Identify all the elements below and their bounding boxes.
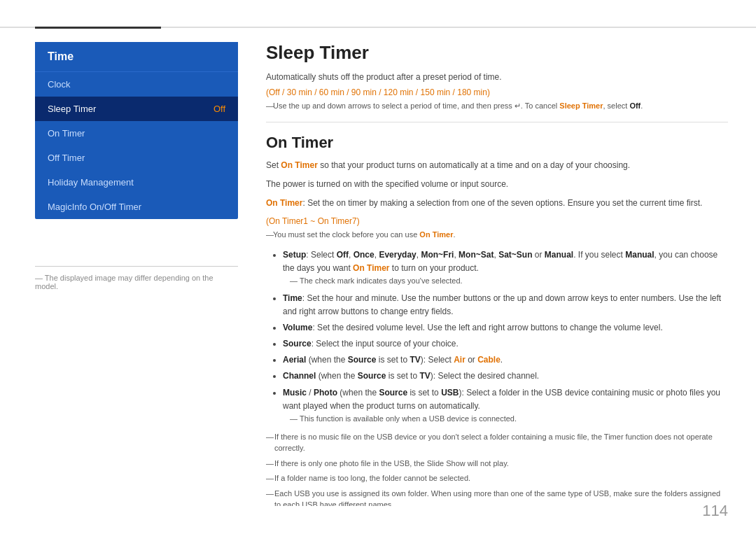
on-timer-options: (On Timer1 ~ On Timer7) [266, 216, 728, 226]
footer-note-1: If there is no music file on the USB dev… [266, 431, 728, 454]
footer-note-2: If there is only one photo file in the U… [266, 458, 728, 470]
sleep-timer-desc: Automatically shuts off the product afte… [266, 71, 728, 83]
setup-sub-note: The check mark indicates days you've sel… [283, 275, 728, 288]
sidebar-item-sleep-timer-label: Sleep Timer [48, 104, 96, 114]
sidebar-item-magicinfo[interactable]: MagicInfo On/Off Timer [35, 195, 238, 219]
bullet-aerial: Aerial (when the Source is set to TV): S… [283, 353, 728, 367]
sidebar-item-clock[interactable]: Clock [35, 72, 238, 97]
page-number: 114 [702, 502, 728, 520]
sidebar-note: ― The displayed image may differ dependi… [35, 266, 238, 290]
sidebar-item-holiday[interactable]: Holiday Management [35, 170, 238, 195]
sleep-timer-note: Use the up and down arrows to select a p… [266, 101, 728, 111]
sidebar-item-sleep-timer[interactable]: Sleep Timer Off [35, 97, 238, 121]
bullet-music-photo: Music / Photo (when the Source is set to… [283, 386, 728, 426]
on-timer-desc1: Set On Timer so that your product turns … [266, 159, 728, 172]
sidebar-item-clock-label: Clock [48, 79, 71, 90]
top-bar-accent [35, 27, 161, 29]
bullet-time: Time: Set the hour and minute. Use the n… [283, 292, 728, 318]
sidebar-item-magicinfo-label: MagicInfo On/Off Timer [48, 202, 141, 212]
sidebar-item-off-timer-label: Off Timer [48, 153, 85, 163]
on-timer-bullets: Setup: Select Off, Once, Everyday, Mon~F… [266, 248, 728, 426]
bullet-source: Source: Select the input source of your … [283, 337, 728, 351]
bullet-channel: Channel (when the Source is set to TV): … [283, 370, 728, 383]
usb-sub-note: This function is available only when a U… [283, 413, 728, 426]
sidebar-item-holiday-label: Holiday Management [48, 177, 134, 188]
sidebar-item-on-timer-label: On Timer [48, 128, 85, 139]
sidebar-item-sleep-timer-value: Off [214, 104, 225, 114]
sidebar: Time Clock Sleep Timer Off On Timer Off … [35, 42, 238, 219]
sidebar-title: Time [35, 42, 238, 72]
sidebar-item-off-timer[interactable]: Off Timer [35, 146, 238, 170]
sleep-timer-options: (Off / 30 min / 60 min / 90 min / 120 mi… [266, 87, 728, 97]
section-divider [266, 122, 728, 122]
footer-note-4: Each USB you use is assigned its own fol… [266, 488, 728, 506]
on-timer-desc3: On Timer: Set the on timer by making a s… [266, 197, 728, 210]
on-timer-desc2: The power is turned on with the specifie… [266, 178, 728, 191]
sidebar-item-on-timer[interactable]: On Timer [35, 121, 238, 146]
main-content: Sleep Timer Automatically shuts off the … [266, 42, 728, 506]
bullet-volume: Volume: Set the desired volume level. Us… [283, 321, 728, 335]
bullet-setup: Setup: Select Off, Once, Everyday, Mon~F… [283, 248, 728, 288]
sleep-timer-title: Sleep Timer [266, 42, 728, 64]
on-timer-prereq: You must set the clock before you can us… [266, 230, 728, 239]
on-timer-title: On Timer [266, 134, 728, 152]
footer-note-3: If a folder name is too long, the folder… [266, 472, 728, 484]
